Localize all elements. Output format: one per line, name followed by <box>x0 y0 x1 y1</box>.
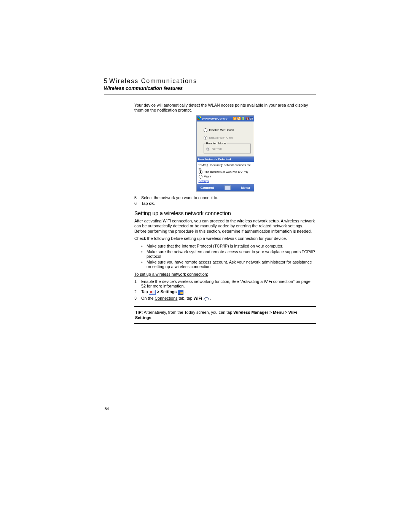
wifi-icon <box>203 297 209 301</box>
radio-selected-icon <box>204 136 207 140</box>
network-detected-popup: New Network Detected "SMC [Unsecured]" n… <box>197 157 254 191</box>
section-heading: Setting up a wireless network connection <box>134 210 316 216</box>
device-titlebar: WiFiPowerContro 📶 🔁 🔋 🔇 ok <box>197 116 254 121</box>
content-area: Your device will automatically detect th… <box>134 103 316 324</box>
wifi-screenshot: WiFiPowerContro 📶 🔁 🔋 🔇 ok Disable WiFi … <box>134 115 316 192</box>
setup-subheading: To set up a wireless network connection: <box>134 272 316 277</box>
titlebar-text: WiFiPowerContro <box>202 117 228 120</box>
speaker-icon: 🔇 <box>245 117 249 120</box>
bullet-text: Make sure you have remote access account… <box>147 260 316 269</box>
step-number: 1 <box>134 279 141 288</box>
chapter-header: 5 Wireless Communications Wireless commu… <box>104 78 316 94</box>
popup-body: "SMC [Unsecured]" network connects me to… <box>197 162 254 184</box>
step-text: Enable the device's wireless networking … <box>141 279 316 288</box>
step-text: Tap > Settings . <box>141 289 316 295</box>
bullet-icon: • <box>141 260 147 269</box>
ok-icon: ok <box>250 117 253 120</box>
step-number: 3 <box>134 296 141 301</box>
step-number: 5 <box>134 195 141 200</box>
intro-paragraph: Your device will automatically detect th… <box>134 103 316 113</box>
connect-softkey: Connect <box>201 186 214 190</box>
header-divider <box>104 94 316 94</box>
start-flag-icon <box>198 117 201 120</box>
chapter-title: Wireless Communications <box>109 78 197 84</box>
radio-unselected-icon <box>204 128 207 132</box>
checklist: • Make sure that the Internet Protocol (… <box>141 244 316 269</box>
enable-wifi-option: Enable WiFi Card <box>204 136 251 140</box>
step-text: Tap ok. <box>141 201 316 206</box>
tip-box: TIP: Alternatively, from the Today scree… <box>134 306 316 324</box>
sync-icon: 🔁 <box>237 117 241 120</box>
bullet-icon: • <box>141 249 147 259</box>
popup-title: New Network Detected <box>197 157 254 162</box>
keyboard-icon <box>225 185 231 190</box>
radio-selected-icon <box>206 147 210 151</box>
radio-unselected-icon <box>199 175 202 179</box>
device-screen: WiFiPowerContro 📶 🔁 🔋 🔇 ok Disable WiFi … <box>196 115 254 192</box>
checklist-intro: Check the following before setting up a … <box>134 236 316 241</box>
step-number: 2 <box>134 289 141 295</box>
device-body: Disable WiFi Card Enable WiFi Card Runni… <box>197 121 254 157</box>
internet-option: The Internet (or work via a VPN) <box>199 170 252 174</box>
signal-icon: 📶 <box>233 117 236 120</box>
running-mode-group: Running Mode Normal <box>204 144 251 153</box>
popup-message: "SMC [Unsecured]" network connects me to… <box>199 163 252 170</box>
steps-select-ok: 5 Select the network you want to connect… <box>134 195 316 206</box>
battery-icon: 🔋 <box>241 117 245 120</box>
settings-icon <box>178 290 183 295</box>
softkey-bar: Connect Menu <box>197 184 254 191</box>
bullet-text: Make sure the network system and remote … <box>147 249 316 259</box>
group-label: Running Mode <box>206 142 227 145</box>
chapter-number: 5 <box>104 78 108 84</box>
start-icon <box>149 290 156 295</box>
radio-selected-icon <box>199 170 202 174</box>
menu-softkey: Menu <box>241 186 250 190</box>
disable-wifi-option: Disable WiFi Card <box>204 128 251 132</box>
page-number: 54 <box>105 407 109 411</box>
step-number: 6 <box>134 201 141 206</box>
chapter-subtitle: Wireless communication features <box>104 85 316 91</box>
step-text: Select the network you want to connect t… <box>141 195 316 200</box>
bullet-text: Make sure that the Internet Protocol (TC… <box>147 244 316 248</box>
settings-link: Settings <box>199 179 209 183</box>
document-page: 5 Wireless Communications Wireless commu… <box>0 0 411 532</box>
step-text: On the Connections tab, tap WiFi . <box>141 296 316 301</box>
tip-label: TIP: <box>135 310 143 315</box>
setup-steps: 1 Enable the device's wireless networkin… <box>134 279 316 300</box>
section-paragraph: After activating WiFi connection, you ca… <box>134 219 316 234</box>
normal-mode-option: Normal <box>206 147 248 151</box>
bullet-icon: • <box>141 244 147 248</box>
work-option: Work <box>199 175 252 179</box>
